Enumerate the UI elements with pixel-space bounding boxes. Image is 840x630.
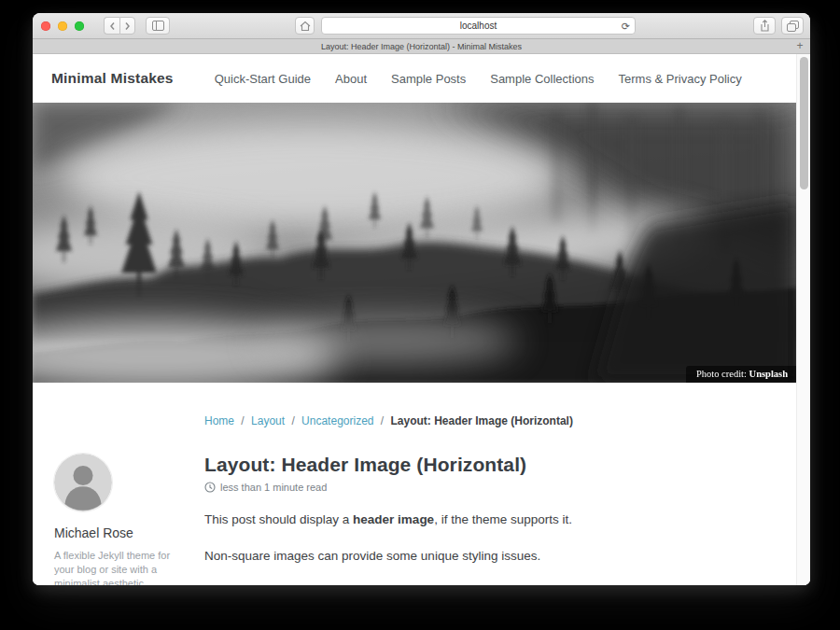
paragraph: This post tests a horizontal header imag… bbox=[204, 582, 759, 585]
article: Layout: Header Image (Horizontal) less t… bbox=[204, 454, 796, 585]
breadcrumb-layout[interactable]: Layout bbox=[251, 414, 285, 427]
photo-credit-label: Photo credit: bbox=[696, 369, 749, 379]
share-icon bbox=[760, 20, 770, 32]
url-text: localhost bbox=[460, 21, 497, 31]
breadcrumb: Home / Layout / Uncategorized / Layout: … bbox=[204, 414, 796, 427]
window-controls bbox=[41, 21, 91, 31]
paragraph-text: This post should display a bbox=[204, 512, 353, 526]
chevron-left-icon bbox=[109, 21, 116, 31]
photo-credit-link[interactable]: Unsplash bbox=[749, 369, 788, 379]
sidebar-icon bbox=[152, 21, 164, 31]
browser-toolbar: localhost ⟳ bbox=[33, 13, 810, 39]
nav-terms-privacy-policy[interactable]: Terms & Privacy Policy bbox=[619, 72, 742, 86]
zoom-button[interactable] bbox=[75, 21, 84, 31]
site-nav: Quick-Start Guide About Sample Posts Sam… bbox=[215, 72, 766, 86]
foggy-forest-image bbox=[33, 103, 796, 383]
forward-button[interactable] bbox=[119, 17, 135, 35]
close-button[interactable] bbox=[41, 21, 50, 31]
post-meta: less than 1 minute read bbox=[204, 482, 759, 493]
tab-bar: Layout: Header Image (Horizontal) - Mini… bbox=[33, 39, 810, 54]
breadcrumb-home[interactable]: Home bbox=[204, 414, 234, 427]
photo-credit-caption: Photo credit: Unsplash bbox=[686, 366, 796, 383]
person-silhouette-icon bbox=[54, 454, 112, 511]
nav-sample-collections[interactable]: Sample Collections bbox=[490, 72, 594, 86]
browser-window: localhost ⟳ Layout: Header Image (Horizo… bbox=[33, 13, 810, 585]
content-row: Michael Rose A flexible Jekyll theme for… bbox=[33, 454, 796, 585]
breadcrumb-separator: / bbox=[241, 414, 244, 427]
minimize-button[interactable] bbox=[58, 21, 67, 31]
avatar bbox=[54, 454, 112, 511]
home-icon bbox=[300, 21, 311, 32]
nav-sample-posts[interactable]: Sample Posts bbox=[391, 72, 466, 86]
vertical-scrollbar[interactable] bbox=[796, 54, 810, 585]
author-name: Michael Rose bbox=[54, 525, 204, 540]
paragraph: Non-square images can provide some uniqu… bbox=[204, 547, 759, 566]
history-nav-group bbox=[104, 17, 135, 35]
tab-overview-button[interactable] bbox=[781, 17, 804, 35]
nav-about[interactable]: About bbox=[335, 72, 367, 86]
web-content: Minimal Mistakes Quick-Start Guide About… bbox=[33, 54, 810, 585]
breadcrumb-separator: / bbox=[381, 414, 384, 427]
post-title: Layout: Header Image (Horizontal) bbox=[204, 454, 759, 476]
breadcrumb-current: Layout: Header Image (Horizontal) bbox=[391, 414, 573, 427]
sidebar-toggle-button[interactable] bbox=[146, 17, 170, 35]
page: Minimal Mistakes Quick-Start Guide About… bbox=[33, 54, 796, 585]
home-button[interactable] bbox=[295, 17, 315, 35]
read-time: less than 1 minute read bbox=[220, 482, 327, 493]
header-image: Photo credit: Unsplash bbox=[33, 103, 796, 383]
active-tab[interactable]: Layout: Header Image (Horizontal) - Mini… bbox=[321, 42, 522, 51]
author-sidebar: Michael Rose A flexible Jekyll theme for… bbox=[33, 454, 204, 585]
paragraph-text: , if the theme supports it. bbox=[434, 512, 572, 526]
chevron-right-icon bbox=[124, 21, 131, 31]
page-body: Home / Layout / Uncategorized / Layout: … bbox=[33, 414, 796, 585]
breadcrumb-separator: / bbox=[291, 414, 294, 427]
masthead: Minimal Mistakes Quick-Start Guide About… bbox=[33, 54, 796, 103]
clock-icon bbox=[204, 482, 216, 493]
site-title-link[interactable]: Minimal Mistakes bbox=[51, 70, 174, 87]
scrollbar-thumb[interactable] bbox=[800, 57, 808, 189]
share-button[interactable] bbox=[753, 17, 776, 35]
paragraph-bold-text: header image bbox=[353, 512, 434, 526]
post-body: This post should display a header image,… bbox=[204, 511, 759, 585]
new-tab-button[interactable]: + bbox=[793, 39, 806, 53]
back-button[interactable] bbox=[104, 17, 119, 35]
reload-button[interactable]: ⟳ bbox=[622, 19, 630, 34]
nav-quick-start-guide[interactable]: Quick-Start Guide bbox=[215, 72, 311, 86]
paragraph: This post should display a header image,… bbox=[204, 511, 759, 529]
tabs-icon bbox=[787, 21, 799, 32]
author-bio: A flexible Jekyll theme for your blog or… bbox=[54, 549, 172, 585]
breadcrumb-uncategorized[interactable]: Uncategorized bbox=[301, 414, 373, 427]
address-bar[interactable]: localhost ⟳ bbox=[321, 17, 636, 35]
